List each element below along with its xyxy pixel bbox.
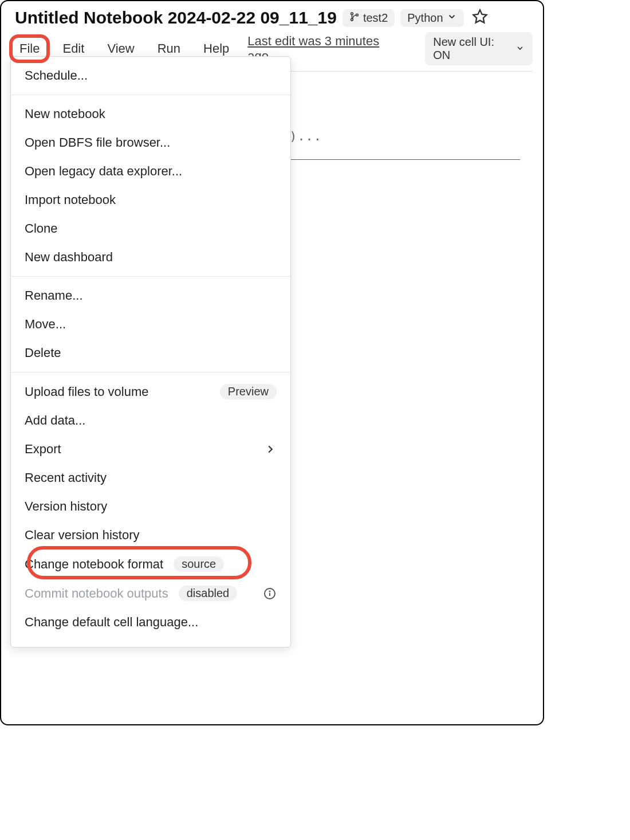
menu-item-commit-outputs: Commit notebook outputs disabled	[11, 579, 290, 608]
menu-item-upload-files[interactable]: Upload files to volume Preview	[11, 377, 290, 406]
new-cell-ui-label: New cell UI: ON	[433, 36, 511, 62]
menu-item-version-history[interactable]: Version history	[11, 492, 290, 521]
menu-item-add-data[interactable]: Add data...	[11, 406, 290, 435]
branch-name: test2	[363, 11, 388, 25]
notebook-title[interactable]: Untitled Notebook 2024-02-22 09_11_19	[15, 8, 337, 28]
menu-item-recent-activity[interactable]: Recent activity	[11, 464, 290, 492]
branch-icon	[349, 11, 360, 25]
format-badge: source	[174, 556, 224, 572]
star-icon[interactable]	[472, 9, 488, 27]
commit-outputs-badge: disabled	[179, 586, 238, 601]
menu-item-rename[interactable]: Rename...	[11, 281, 290, 310]
menu-file[interactable]: File	[15, 38, 44, 60]
svg-point-1	[351, 18, 353, 21]
preview-badge: Preview	[220, 384, 277, 399]
menu-item-change-default-lang[interactable]: Change default cell language...	[11, 608, 290, 637]
svg-marker-3	[473, 10, 486, 22]
svg-point-6	[269, 591, 270, 591]
svg-point-2	[356, 14, 359, 16]
menu-item-open-dbfs[interactable]: Open DBFS file browser...	[11, 128, 290, 157]
chevron-right-icon	[264, 443, 277, 456]
svg-point-0	[351, 12, 353, 14]
menu-item-delete[interactable]: Delete	[11, 339, 290, 367]
menu-item-clear-version-history[interactable]: Clear version history	[11, 521, 290, 549]
language-label: Python	[407, 11, 443, 25]
menu-item-clone[interactable]: Clone	[11, 214, 290, 243]
language-pill[interactable]: Python	[400, 9, 463, 27]
info-icon[interactable]	[263, 587, 277, 600]
menu-item-move[interactable]: Move...	[11, 310, 290, 339]
file-menu-dropdown: Schedule... New notebook Open DBFS file …	[10, 56, 291, 647]
branch-pill[interactable]: test2	[342, 9, 395, 27]
chevron-down-icon	[515, 42, 525, 56]
chevron-down-icon	[447, 11, 457, 25]
menu-item-schedule[interactable]: Schedule...	[11, 61, 290, 90]
menu-item-change-format[interactable]: Change notebook format source	[11, 549, 290, 579]
menu-item-new-notebook[interactable]: New notebook	[11, 100, 290, 128]
menu-item-new-dashboard[interactable]: New dashboard	[11, 243, 290, 272]
menu-item-open-legacy[interactable]: Open legacy data explorer...	[11, 157, 290, 186]
new-cell-ui-toggle[interactable]: New cell UI: ON	[425, 32, 533, 65]
menu-item-export[interactable]: Export	[11, 435, 290, 464]
menu-item-import-notebook[interactable]: Import notebook	[11, 186, 290, 214]
